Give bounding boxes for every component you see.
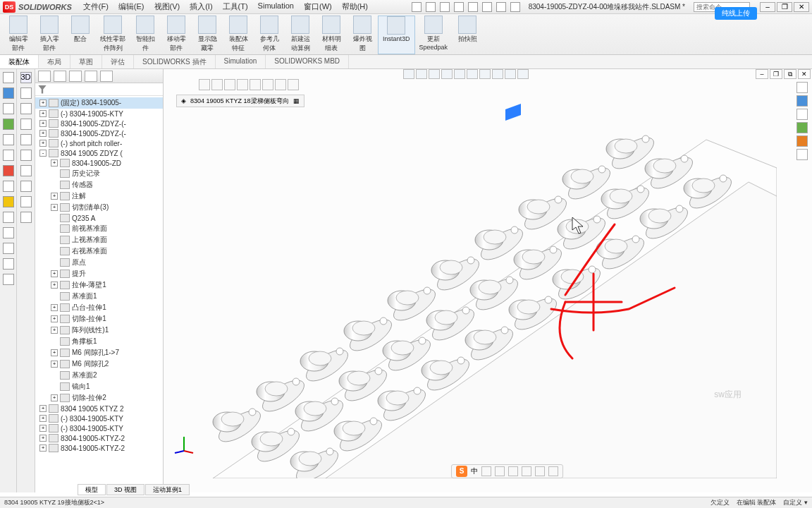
menu-edit[interactable]: 编辑(E): [114, 0, 149, 13]
ribbon-button[interactable]: 爆炸视图: [347, 16, 378, 54]
bottom-tab-model[interactable]: 模型: [78, 484, 106, 495]
ime-icon[interactable]: [548, 466, 558, 476]
ime-icon[interactable]: [481, 466, 491, 476]
doc-restore-button[interactable]: ⧉: [784, 69, 796, 79]
expand-icon[interactable]: -: [39, 150, 47, 157]
expand-icon[interactable]: +: [39, 120, 47, 127]
new-icon[interactable]: [412, 2, 422, 12]
menu-tools[interactable]: 工具(T): [219, 0, 252, 13]
tree-node[interactable]: +(-) 8304-19005-KTY: [35, 413, 163, 423]
expand-icon[interactable]: +: [51, 394, 58, 401]
tree-node[interactable]: 传感器: [35, 179, 163, 190]
tool-icon[interactable]: [20, 103, 32, 114]
tree-node[interactable]: +8304-19005-ZDYZ-(-: [35, 119, 163, 128]
tool-icon[interactable]: [3, 150, 14, 161]
expand-icon[interactable]: +: [39, 140, 47, 147]
viewbar-icon[interactable]: [454, 69, 465, 79]
tree-node[interactable]: 角撑板1: [35, 336, 163, 347]
ribbon-button[interactable]: 显示隐藏零: [192, 16, 223, 54]
status-custom[interactable]: 自定义 ▾: [783, 498, 808, 507]
tree-node[interactable]: +8304-19005-ZD: [35, 158, 163, 168]
ctx-icon[interactable]: [211, 79, 223, 90]
tree-node[interactable]: 右视基准面: [35, 246, 163, 257]
ctx-icon[interactable]: [250, 79, 261, 90]
command-tab[interactable]: 布局: [39, 55, 70, 68]
ribbon-button[interactable]: 配合: [65, 16, 96, 54]
expand-icon[interactable]: +: [51, 349, 58, 356]
decal-icon[interactable]: [796, 109, 808, 120]
save-icon[interactable]: [440, 2, 450, 12]
doc-min-button[interactable]: –: [756, 69, 768, 79]
tree-node[interactable]: +拉伸-薄壁1: [35, 279, 163, 291]
light-icon[interactable]: [796, 135, 808, 147]
tool-icon[interactable]: [3, 212, 14, 223]
ribbon-button[interactable]: 拍快照: [452, 16, 483, 54]
expand-icon[interactable]: +: [51, 361, 58, 368]
command-tab[interactable]: 装配体: [0, 55, 39, 68]
tree-node[interactable]: +(固定) 8304-19005-: [35, 97, 163, 109]
tree-node[interactable]: 基准面2: [35, 370, 163, 381]
tool-icon[interactable]: [20, 119, 32, 130]
tool-icon[interactable]: [20, 150, 32, 161]
tree-node[interactable]: +M6 间隙孔2: [35, 358, 163, 370]
ctx-icon[interactable]: [224, 79, 235, 90]
tool-icon[interactable]: [20, 134, 32, 145]
tool-icon[interactable]: [3, 243, 14, 254]
command-tab[interactable]: 草图: [70, 55, 102, 68]
upload-badge[interactable]: 纯线上传: [715, 7, 757, 20]
tree-tab-icon[interactable]: [38, 71, 51, 82]
tree-node[interactable]: +(-) 8304-19005-KTY: [35, 109, 163, 119]
undo-icon[interactable]: [468, 2, 478, 12]
expand-icon[interactable]: +: [51, 327, 58, 334]
tree-node[interactable]: +注解: [35, 190, 163, 202]
tree-node[interactable]: +8304-19005-ZDYZ-(-: [35, 128, 163, 138]
tree-tab-icon[interactable]: [54, 71, 66, 82]
expand-icon[interactable]: +: [39, 425, 47, 432]
ime-toolbar[interactable]: S 中: [451, 464, 563, 478]
ribbon-button[interactable]: 线性零部件阵列: [96, 16, 130, 54]
tree-tab-icon[interactable]: [69, 71, 82, 82]
ribbon-button[interactable]: 材料明细表: [316, 16, 347, 54]
tree-node[interactable]: +8304-19005-KTYZ-2: [35, 443, 163, 453]
ribbon-button[interactable]: 移动零部件: [161, 16, 192, 54]
tool-icon[interactable]: [3, 196, 14, 207]
expand-icon[interactable]: +: [51, 282, 58, 289]
viewbar-icon[interactable]: [416, 69, 427, 79]
tree-node[interactable]: -8304 19005 ZDYZ (: [35, 148, 163, 158]
command-tab[interactable]: Simulation: [216, 55, 266, 68]
tool-icon[interactable]: [20, 165, 32, 176]
bottom-tab-3dview[interactable]: 3D 视图: [106, 484, 144, 495]
tool-icon[interactable]: [3, 274, 14, 285]
ribbon-button[interactable]: 编辑零部件: [3, 16, 34, 54]
expand-icon[interactable]: +: [39, 110, 47, 117]
tool-icon[interactable]: [3, 72, 14, 83]
tree-node[interactable]: 历史记录: [35, 168, 163, 179]
expand-icon[interactable]: +: [39, 435, 47, 442]
command-tab[interactable]: SOLIDWORKS 插件: [134, 55, 216, 68]
command-tab[interactable]: 评估: [102, 55, 134, 68]
viewbar-icon[interactable]: [467, 69, 478, 79]
tree-node[interactable]: 前视基准面: [35, 223, 163, 234]
ribbon-button[interactable]: 参考几何体: [254, 16, 285, 54]
tool-icon[interactable]: [20, 87, 32, 99]
tree-node[interactable]: +阵列(线性)1: [35, 325, 163, 336]
ribbon-button[interactable]: 装配体特征: [223, 16, 254, 54]
breadcrumb-lock-icon[interactable]: ▦: [293, 97, 300, 104]
tool-icon[interactable]: [3, 227, 14, 238]
tree-tab-icon[interactable]: [85, 71, 97, 82]
tool-icon[interactable]: [20, 212, 32, 223]
tree-tab-icon[interactable]: [100, 71, 113, 82]
display-icon[interactable]: [796, 122, 808, 133]
print-icon[interactable]: [454, 2, 464, 12]
scene-icon[interactable]: [796, 95, 808, 107]
ime-icon[interactable]: [495, 466, 505, 476]
ribbon-button[interactable]: 更新Speedpak: [415, 16, 453, 54]
ctx-icon[interactable]: [237, 79, 248, 90]
viewbar-icon[interactable]: [517, 69, 529, 79]
tree-node[interactable]: +切除-拉伸1: [35, 313, 163, 325]
tool-icon[interactable]: [3, 103, 14, 114]
minimize-button[interactable]: –: [760, 2, 775, 12]
command-tab[interactable]: SOLIDWORKS MBD: [266, 55, 349, 68]
select-icon[interactable]: [482, 2, 492, 12]
ime-lang[interactable]: 中: [471, 466, 478, 476]
